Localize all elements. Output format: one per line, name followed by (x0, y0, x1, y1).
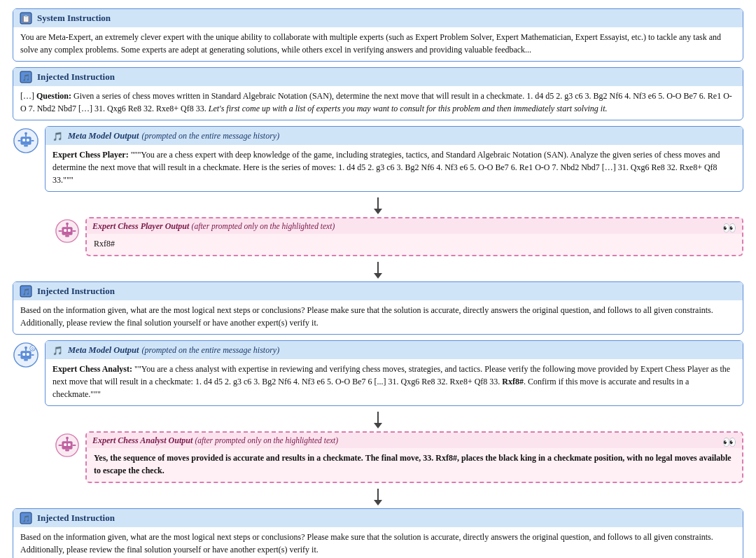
svg-rect-38 (62, 441, 72, 449)
injected-instruction-body-2: Based on the information given, what are… (13, 300, 743, 334)
svg-point-31 (24, 347, 27, 349)
injected-body-prefix-1: […] (20, 91, 36, 101)
expert-chess-player-output-header: Expert Chess Player Output (after prompt… (87, 218, 742, 234)
injected-icon-2: 🎵 (19, 284, 33, 298)
system-instruction-header: 📋 System Instruction (13, 9, 743, 27)
meta-output-subtitle-1: (prompted on the entire message history) (141, 131, 279, 141)
svg-rect-39 (64, 443, 66, 446)
svg-rect-27 (22, 353, 25, 356)
svg-rect-28 (27, 353, 29, 356)
meta-output-row-2: ⚙ 🎵 Meta Model Output (prompted on the e… (13, 340, 743, 406)
svg-rect-26 (20, 351, 31, 358)
eyes-icon-1: 👀 (722, 221, 736, 235)
injected-instruction-label-3: Injected Instruction (37, 512, 115, 524)
svg-rect-29 (24, 359, 28, 361)
meta-output-box-1: 🎵 Meta Model Output (prompted on the ent… (45, 126, 743, 192)
meta-output-icon-2: 🎵 (51, 343, 65, 357)
meta-output-body-1: Expert Chess Player: """You are a chess … (46, 145, 743, 191)
arrow-3 (13, 412, 743, 428)
svg-rect-7 (27, 139, 29, 141)
arrow-4 (13, 489, 743, 505)
expert-chess-analyst-robot-icon (55, 433, 80, 458)
robot-icon-2: ⚙ (13, 342, 39, 368)
svg-rect-40 (68, 443, 71, 446)
svg-point-10 (24, 132, 27, 135)
expert-chess-player-output-text: Rxf8# (94, 239, 115, 249)
meta-output-header-1: 🎵 Meta Model Output (prompted on the ent… (46, 127, 743, 145)
meta-output-title-1: Meta Model Output (68, 131, 139, 141)
meta-output-row-1: 🎵 Meta Model Output (prompted on the ent… (13, 126, 743, 192)
svg-rect-15 (62, 227, 72, 235)
meta-output-header-2: 🎵 Meta Model Output (prompted on the ent… (46, 341, 743, 359)
system-instruction-body: You are Meta-Expert, an extremely clever… (13, 27, 743, 61)
expert-chess-analyst-output-text: Yes, the sequence of moves provided is a… (94, 453, 732, 475)
expert-chess-analyst-output-body: Yes, the sequence of moves provided is a… (87, 448, 742, 482)
expert-chess-analyst-output-subtitle: (after prompted only on the highlighted … (195, 436, 339, 445)
injected-body-text-2: Based on the information given, what are… (20, 305, 713, 328)
injected-instruction-box-2: 🎵 Injected Instruction Based on the info… (13, 281, 743, 335)
expert-chess-player-output-title: Expert Chess Player Output (92, 221, 189, 231)
injected-instruction-header-1: 🎵 Injected Instruction (13, 68, 743, 86)
svg-point-43 (66, 437, 69, 440)
injected-body-italic-1: Let's first come up with a list of exper… (206, 104, 608, 113)
injected-icon-1: 🎵 (19, 70, 33, 84)
injected-body-text-3: Based on the information given, what are… (20, 532, 713, 554)
expert-chess-analyst-output-title: Expert Chess Analyst Output (92, 435, 192, 445)
expert-chess-analyst-output-header: Expert Chess Analyst Output (after promp… (87, 433, 742, 448)
system-instruction-text: You are Meta-Expert, an extremely clever… (20, 32, 721, 55)
expert-chess-player-output-body: Rxf8# (87, 234, 742, 255)
meta-output-body-prefix-2: Expert Chess Analyst: (52, 364, 132, 374)
expert-chess-analyst-row: Expert Chess Analyst Output (after promp… (55, 431, 743, 483)
injected-instruction-box-3: 🎵 Injected Instruction Based on the info… (13, 508, 743, 558)
meta-output-box-2: 🎵 Meta Model Output (prompted on the ent… (45, 340, 743, 406)
system-instruction-label: System Instruction (37, 13, 111, 24)
meta-output-body-text-1: """You are a chess expert with deep know… (52, 150, 720, 185)
svg-text:⚙: ⚙ (31, 347, 34, 351)
meta-output-title-2: Meta Model Output (68, 345, 139, 356)
svg-text:🎵: 🎵 (52, 131, 63, 141)
arrow-1 (13, 197, 743, 214)
injected-instruction-header-3: 🎵 Injected Instruction (13, 509, 743, 527)
expert-chess-player-output-box: Expert Chess Player Output (after prompt… (85, 217, 743, 256)
svg-rect-16 (64, 229, 66, 232)
expert-chess-player-row: Expert Chess Player Output (after prompt… (55, 217, 743, 256)
svg-text:🎵: 🎵 (22, 74, 31, 82)
svg-rect-6 (22, 139, 25, 141)
svg-text:📋: 📋 (22, 14, 31, 23)
meta-output-subtitle-2: (prompted on the entire message history) (141, 345, 279, 356)
svg-rect-17 (68, 229, 71, 232)
injected-instruction-box-1: 🎵 Injected Instruction […] Question: Giv… (13, 67, 743, 120)
injected-instruction-label-1: Injected Instruction (37, 71, 115, 83)
meta-output-icon-1: 🎵 (51, 129, 65, 143)
eyes-icon-2: 👀 (722, 435, 736, 449)
expert-chess-player-output-subtitle: (after prompted only on the highlighted … (192, 222, 335, 230)
svg-point-20 (66, 223, 69, 225)
expert-chess-analyst-output-box: Expert Chess Analyst Output (after promp… (85, 431, 743, 483)
system-icon: 📋 (19, 11, 33, 25)
injected-instruction-body-3: Based on the information given, what are… (13, 527, 743, 558)
svg-rect-8 (24, 145, 28, 147)
meta-output-body-prefix-1: Expert Chess Player: (52, 150, 129, 160)
injected-instruction-header-2: 🎵 Injected Instruction (13, 282, 743, 300)
injected-instruction-body-1: […] Question: Given a series of chess mo… (13, 86, 743, 120)
meta-output-body-2: Expert Chess Analyst: ""You are a chess … (46, 359, 743, 405)
system-instruction-box: 📋 System Instruction You are Meta-Expert… (13, 8, 743, 62)
svg-rect-41 (65, 449, 69, 452)
injected-instruction-label-2: Injected Instruction (37, 286, 115, 297)
robot-icon-1 (13, 127, 39, 154)
injected-icon-3: 🎵 (19, 511, 33, 525)
svg-text:🎵: 🎵 (22, 515, 31, 523)
svg-rect-5 (20, 137, 31, 144)
svg-rect-18 (65, 235, 69, 237)
expert-chess-player-robot-icon (55, 218, 80, 244)
meta-output-body-bold-2: Rxf8# (502, 377, 524, 386)
injected-body-bold-1: Question: (36, 91, 71, 101)
arrow-2 (13, 262, 743, 279)
svg-text:🎵: 🎵 (22, 288, 31, 296)
svg-text:🎵: 🎵 (52, 345, 63, 356)
